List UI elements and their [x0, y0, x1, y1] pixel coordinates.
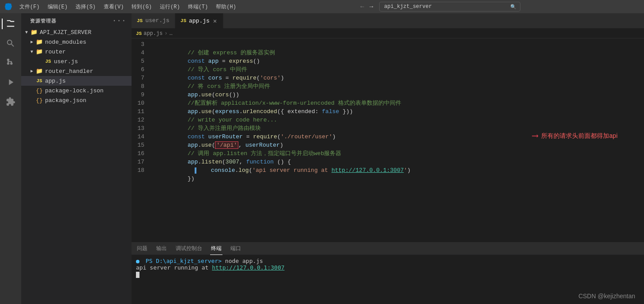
code-line-6: 6 const cors = require('cors')	[132, 65, 644, 74]
menu-item[interactable]: 文件(F)	[16, 2, 43, 11]
tab-close-button[interactable]: ✕	[212, 16, 218, 26]
menu-item[interactable]: 选择(S)	[72, 2, 99, 11]
tabs-bar: JS user.js JS app.js ✕	[132, 13, 644, 29]
folder-icon: 📁	[35, 48, 43, 55]
tree-router-handler[interactable]: ► 📁 router_handler	[21, 66, 132, 76]
code-line-12: 12 // 导入并注册用户路由模块	[132, 116, 644, 124]
breadcrumb-sep: ›	[164, 30, 167, 37]
menu-item[interactable]: 查看(V)	[100, 2, 128, 11]
back-arrow[interactable]: ←	[359, 3, 366, 10]
tab-js-icon: JS	[137, 18, 143, 23]
menu-bar: 文件(F)编辑(E)选择(S)查看(V)转到(G)运行(R)终端(T)帮助(H)	[16, 2, 240, 11]
activity-icon-extensions[interactable]	[2, 93, 19, 110]
code-line-4: 4 const app = express()	[132, 49, 644, 57]
files-icon	[6, 19, 15, 29]
tree-package-lock[interactable]: {} package-lock.json	[21, 86, 132, 95]
router-handler-chevron: ►	[28, 69, 35, 74]
code-line-3: 3 // 创建 express 的服务器实例	[132, 40, 644, 49]
file-tree: ▼ 📁 API_KJZT_SERVER ► 📁 node_modules ▼ 📁…	[21, 27, 132, 304]
sidebar: 资源管理器 ··· ▼ 📁 API_KJZT_SERVER ► 📁 node_m…	[21, 13, 132, 304]
app-logo	[4, 3, 12, 11]
titlebar: 文件(F)编辑(E)选择(S)查看(V)转到(G)运行(R)终端(T)帮助(H)…	[0, 0, 644, 13]
code-line-7: 7 // 将 cors 注册为全局中间件	[132, 74, 644, 82]
code-line-10: 10 app.use(express.urlencoded({ extended…	[132, 99, 644, 107]
activity-icon-run[interactable]	[2, 73, 19, 91]
terminal-line-1: PS D:\api_kjzt_server> node app.js	[136, 258, 640, 264]
tree-package-json[interactable]: {} package.json	[21, 95, 132, 105]
terminal-line-2: api server running at http://127.0.0.1:3…	[136, 264, 640, 271]
search-icon: 🔍	[510, 4, 516, 10]
titlebar-center: ← → 🔍 api_kjzt_server	[240, 2, 640, 11]
code-line-9: 9 //配置解析 application/x-www-form-urlencod…	[132, 91, 644, 99]
code-line-18: 18 })	[132, 166, 644, 175]
code-editor[interactable]: 3 // 创建 express 的服务器实例 4 const app = exp…	[132, 38, 644, 242]
folder-icon: 📁	[35, 38, 43, 46]
tree-user-js[interactable]: JS user.js	[21, 57, 132, 66]
code-line-8: 8 app.use(cors())	[132, 82, 644, 91]
redbox-api: '/api'	[215, 141, 238, 149]
menu-item[interactable]: 终端(T)	[185, 2, 212, 11]
tab-user-js[interactable]: JS user.js	[132, 13, 175, 28]
panel: 问题 输出 调试控制台 终端 端口 PS D:\api_kjzt_server>…	[132, 242, 644, 304]
code-line-5: 5 // 导入 cors 中间件	[132, 57, 644, 65]
menu-item[interactable]: 运行(R)	[156, 2, 184, 11]
panel-tab-problems[interactable]: 问题	[136, 243, 148, 255]
breadcrumb-js-icon: JS	[136, 31, 142, 36]
terminal-content[interactable]: PS D:\api_kjzt_server> node app.js api s…	[132, 255, 644, 304]
tab-app-js[interactable]: JS app.js ✕	[175, 13, 223, 28]
panel-tab-terminal[interactable]: 终端	[210, 243, 222, 255]
panel-tab-ports[interactable]: 端口	[230, 243, 242, 255]
editor-area: JS user.js JS app.js ✕ JS app.js › … 3 /…	[132, 13, 644, 304]
panel-tab-debug[interactable]: 调试控制台	[175, 243, 203, 255]
json-file-icon: {}	[35, 87, 43, 94]
sidebar-more-button[interactable]: ···	[112, 17, 126, 25]
nav-arrows: ← →	[359, 3, 375, 10]
forward-arrow[interactable]: →	[368, 3, 375, 10]
run-icon	[6, 77, 15, 87]
node-modules-chevron: ►	[28, 40, 35, 45]
js-file-icon: JS	[44, 59, 52, 64]
main-layout: 资源管理器 ··· ▼ 📁 API_KJZT_SERVER ► 📁 node_m…	[0, 13, 644, 304]
code-line-11: 11 // write your code here...	[132, 107, 644, 116]
project-chevron: ▼	[23, 30, 30, 35]
menu-item[interactable]: 转到(G)	[128, 2, 155, 11]
code-line-13: 13 const userRouter = require('./router/…	[132, 124, 644, 133]
folder-icon: 📁	[35, 68, 43, 75]
panel-tabs: 问题 输出 调试控制台 终端 端口	[132, 243, 644, 255]
extensions-icon	[6, 97, 15, 106]
activity-icon-files[interactable]	[2, 15, 19, 33]
tree-app-js[interactable]: JS app.js	[21, 76, 132, 86]
breadcrumb: JS app.js › …	[132, 29, 644, 38]
activity-icon-source-control[interactable]	[2, 54, 19, 72]
tree-node-modules[interactable]: ► 📁 node_modules	[21, 37, 132, 47]
code-line-17: 17 console.log('api server running at ht…	[132, 158, 644, 166]
tree-project-root[interactable]: ▼ 📁 API_KJZT_SERVER	[21, 27, 132, 37]
terminal-dot	[136, 260, 139, 263]
js-file-icon: JS	[35, 78, 43, 84]
sidebar-header: 资源管理器 ···	[21, 13, 132, 27]
menu-item[interactable]: 帮助(H)	[212, 2, 240, 11]
code-line-14: 14 app.use('/api', userRouter) ⟶ 所有的请求头前…	[132, 133, 644, 141]
router-chevron: ▼	[28, 49, 35, 54]
global-search-bar[interactable]: 🔍 api_kjzt_server	[379, 2, 520, 11]
search-icon	[6, 38, 15, 48]
panel-tab-output[interactable]: 输出	[155, 243, 168, 255]
terminal-cursor-line	[136, 271, 640, 278]
tab-js-icon: JS	[181, 18, 186, 23]
activity-icon-search[interactable]	[2, 34, 19, 52]
activity-bar	[0, 13, 21, 304]
menu-item[interactable]: 编辑(E)	[44, 2, 72, 11]
json-file-icon: {}	[35, 97, 43, 104]
tree-router[interactable]: ▼ 📁 router	[21, 47, 132, 57]
folder-icon: 📁	[30, 29, 38, 36]
source-control-icon	[6, 58, 15, 68]
